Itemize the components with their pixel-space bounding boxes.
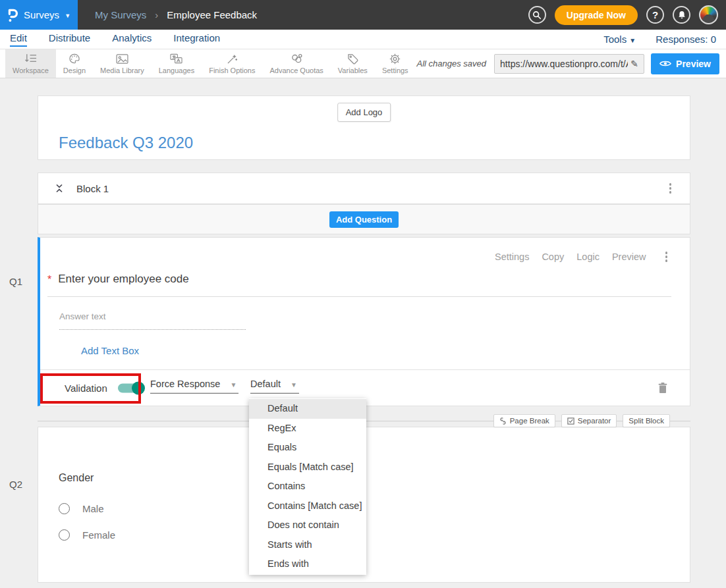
header-actions: Upgrade Now ?	[528, 5, 718, 25]
required-asterisk: *	[47, 274, 51, 286]
question-menu-kebab-icon[interactable]	[663, 249, 671, 265]
survey-title-card: Add Logo Feedback Q3 2020	[38, 95, 690, 160]
save-status-text: All changes saved	[417, 59, 487, 68]
survey-editor-page: Surveys ▼ My Surveys › Employee Feedback…	[0, 0, 726, 588]
page-break-button[interactable]: Page Break	[493, 414, 555, 427]
toolbar-item-label: Languages	[159, 67, 194, 74]
question-logic-link[interactable]: Logic	[576, 252, 600, 262]
user-avatar[interactable]	[699, 5, 718, 24]
toggle-knob	[132, 381, 145, 394]
question-settings-link[interactable]: Settings	[495, 252, 529, 262]
tools-menu[interactable]: Tools ▼	[603, 34, 636, 45]
toolbar-item-settings[interactable]: Settings	[375, 49, 416, 78]
question-preview-link[interactable]: Preview	[612, 252, 646, 262]
validation-toggle[interactable]	[118, 383, 144, 392]
trash-icon	[658, 383, 667, 394]
tab-edit[interactable]: Edit	[10, 32, 27, 47]
chevron-down-icon: ▼	[629, 37, 636, 44]
menu-option-does-not-contain[interactable]: Does not contain	[249, 516, 366, 535]
insert-tools-row: Page Break Separator Split Block	[493, 414, 670, 427]
edit-url-pencil-icon[interactable]: ✎	[630, 59, 638, 69]
preview-button[interactable]: Preview	[651, 53, 719, 74]
add-logo-button[interactable]: Add Logo	[337, 103, 391, 122]
help-button[interactable]: ?	[646, 6, 664, 24]
question-copy-link[interactable]: Copy	[542, 252, 564, 262]
block-title[interactable]: Block 1	[76, 183, 109, 194]
menu-option-default[interactable]: Default	[249, 399, 366, 419]
notifications-button[interactable]	[673, 6, 690, 24]
breadcrumb: My Surveys › Employee Feedback	[95, 9, 257, 20]
block-header: Block 1	[38, 173, 690, 204]
tab-integration[interactable]: Integration	[173, 32, 220, 47]
separator-checkbox-icon	[567, 417, 574, 425]
split-block-label: Split Block	[628, 417, 664, 425]
radio-icon	[59, 529, 70, 541]
add-text-box-link[interactable]: Add Text Box	[81, 345, 139, 356]
separator-button[interactable]: Separator	[561, 414, 617, 427]
question-number-q2: Q2	[9, 479, 22, 490]
toolbar-item-label: Variables	[338, 67, 368, 74]
delete-question-button[interactable]	[658, 383, 667, 394]
survey-title[interactable]: Feedback Q3 2020	[59, 134, 193, 152]
finish-options-icon	[227, 53, 238, 65]
breadcrumb-separator-icon: ›	[155, 9, 158, 20]
radio-option-male[interactable]: Male	[59, 503, 104, 514]
question-text[interactable]: Enter your employee code	[58, 273, 188, 286]
page-break-icon	[499, 417, 507, 425]
tab-distribute[interactable]: Distribute	[49, 32, 90, 47]
product-menu[interactable]: Surveys ▼	[0, 0, 78, 30]
question-mark-icon: ?	[652, 9, 658, 20]
toolbar-item-workspace[interactable]: Workspace	[5, 49, 56, 78]
menu-option-starts-with[interactable]: Starts with	[249, 535, 366, 555]
breadcrumb-my-surveys[interactable]: My Surveys	[95, 9, 146, 20]
search-icon	[532, 11, 542, 20]
chevron-down-icon: ▼	[230, 381, 237, 388]
survey-url-box: ✎	[494, 54, 644, 74]
question-text[interactable]: Gender	[59, 472, 94, 484]
radio-option-female[interactable]: Female	[59, 529, 115, 541]
survey-url-input[interactable]	[500, 59, 628, 69]
preview-button-label: Preview	[676, 59, 711, 69]
toolbar-item-label: Settings	[382, 67, 408, 74]
toolbar-item-variables[interactable]: Variables	[331, 49, 375, 78]
toolbar-item-label: Design	[63, 67, 86, 74]
split-block-button[interactable]: Split Block	[623, 414, 670, 427]
validation-control: Validation	[65, 383, 144, 394]
editor-toolbar: Workspace Design Media Library	[0, 49, 726, 78]
menu-option-contains-match-case[interactable]: Contains [Match case]	[249, 496, 366, 516]
toolbar-item-media-library[interactable]: Media Library	[93, 49, 152, 78]
collapse-block-icon[interactable]	[55, 183, 64, 194]
validation-type-menu: Default RegEx Equals Equals [Match case]…	[249, 398, 366, 575]
validation-label: Validation	[65, 383, 107, 394]
answer-text-field[interactable]: Answer text	[59, 311, 246, 330]
question-actions: Settings Copy Logic Preview	[495, 249, 670, 265]
radio-option-label: Male	[82, 503, 104, 514]
add-question-strip: Add Question	[38, 204, 690, 234]
tab-analytics[interactable]: Analytics	[112, 32, 152, 47]
search-button[interactable]	[528, 6, 546, 24]
validation-type-dropdown[interactable]: Default ▼	[250, 379, 299, 394]
advance-quotas-icon	[291, 53, 303, 65]
languages-icon	[170, 53, 182, 65]
toolbar-item-finish-options[interactable]: Finish Options	[202, 49, 262, 78]
menu-option-equals[interactable]: Equals	[249, 438, 366, 458]
design-icon	[69, 53, 80, 65]
toolbar-item-label: Finish Options	[209, 67, 255, 74]
question-card-q1: Settings Copy Logic Preview * Enter your…	[38, 237, 690, 406]
product-label: Surveys	[24, 9, 59, 20]
menu-option-contains[interactable]: Contains	[249, 477, 366, 496]
toolbar-item-languages[interactable]: Languages	[152, 49, 202, 78]
section-tabs: Edit Distribute Analytics Integration	[10, 32, 220, 47]
force-response-dropdown[interactable]: Force Response ▼	[150, 379, 238, 394]
toolbar-right-group: All changes saved ✎ Preview	[417, 49, 719, 78]
menu-option-regex[interactable]: RegEx	[249, 419, 366, 439]
toolbar-item-design[interactable]: Design	[56, 49, 93, 78]
toolbar-item-advance-quotas[interactable]: Advance Quotas	[262, 49, 330, 78]
chevron-down-icon: ▼	[291, 381, 297, 388]
menu-option-ends-with[interactable]: Ends with	[249, 554, 366, 574]
block-menu-kebab-icon[interactable]	[667, 180, 675, 196]
upgrade-now-button[interactable]: Upgrade Now	[555, 5, 638, 25]
menu-option-equals-match-case[interactable]: Equals [Match case]	[249, 458, 366, 477]
responses-count[interactable]: Responses: 0	[656, 34, 716, 45]
add-question-button[interactable]: Add Question	[329, 211, 399, 228]
